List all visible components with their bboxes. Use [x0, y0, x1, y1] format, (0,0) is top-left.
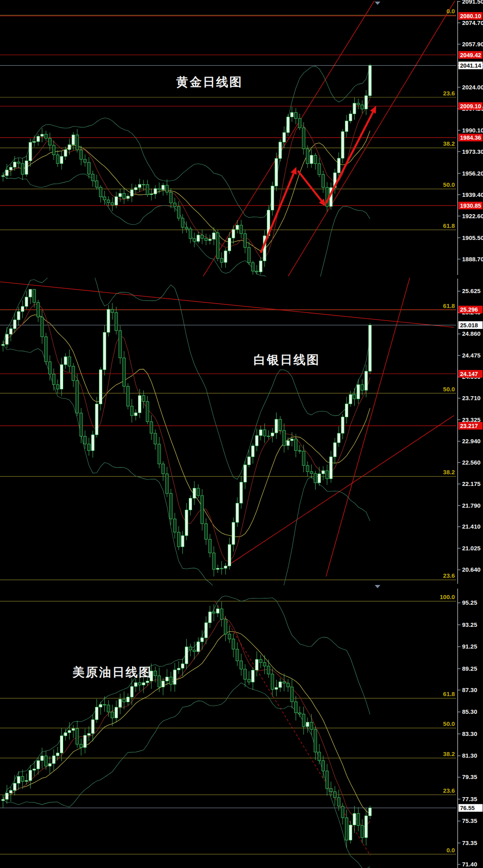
fib-label: 0.0 — [446, 847, 455, 854]
svg-text:1930.85: 1930.85 — [460, 203, 481, 209]
fib-label: 23.6 — [443, 90, 455, 97]
price-tick: 91.25 — [462, 643, 477, 650]
trading-terminal: 2091.502074.702057.902041.102024.002007.… — [0, 0, 483, 868]
crude-panel-title: 美原油日线图 — [72, 664, 152, 681]
price-tick: 21.790 — [462, 502, 481, 509]
svg-text:24.147: 24.147 — [460, 371, 478, 377]
price-tick: 1973.30 — [462, 148, 483, 155]
price-tick: 24.475 — [462, 352, 481, 359]
fib-label: 50.0 — [443, 386, 455, 393]
price-tick: 22.175 — [462, 480, 481, 487]
svg-text:2080.10: 2080.10 — [460, 13, 481, 19]
price-tick: 71.40 — [462, 861, 477, 868]
charts-canvas[interactable]: 2091.502074.702057.902041.102024.002007.… — [0, 0, 483, 868]
fib-label: 61.8 — [443, 222, 455, 229]
gold-panel-title: 黄金日线图 — [176, 74, 243, 91]
price-tick: 2057.90 — [462, 41, 483, 48]
price-tick: 2074.70 — [462, 19, 483, 26]
price-tick: 81.30 — [462, 752, 477, 759]
price-tick: 83.30 — [462, 730, 477, 737]
svg-text:2009.10: 2009.10 — [460, 103, 481, 110]
price-tick: 1888.70 — [462, 256, 483, 262]
price-tick: 24.860 — [462, 330, 481, 337]
price-tick: 95.25 — [462, 599, 477, 606]
fib-label: 38.2 — [443, 750, 455, 757]
price-tick: 79.35 — [462, 773, 477, 780]
price-tick: 87.30 — [462, 686, 477, 693]
fib-label: 23.6 — [443, 787, 455, 794]
price-tick: 2091.50 — [462, 0, 483, 5]
price-tick: 1922.60 — [462, 213, 483, 219]
price-tick: 25.625 — [462, 287, 481, 294]
svg-text:1984.36: 1984.36 — [460, 134, 481, 141]
svg-text:25.018: 25.018 — [460, 322, 478, 329]
fib-label: 0.0 — [446, 8, 455, 14]
price-tick: 1956.20 — [462, 170, 483, 177]
price-tick: 23.710 — [462, 395, 481, 401]
fib-label: 50.0 — [443, 181, 455, 188]
fib-label: 50.0 — [443, 720, 455, 727]
price-tick: 21.410 — [462, 523, 481, 530]
price-tick: 75.35 — [462, 817, 477, 824]
price-tick: 77.35 — [462, 796, 477, 802]
fib-label: 38.2 — [443, 469, 455, 475]
price-tick: 21.025 — [462, 545, 481, 552]
svg-text:76.55: 76.55 — [460, 805, 475, 811]
price-tick: 22.560 — [462, 459, 481, 466]
price-tick: 89.25 — [462, 665, 477, 672]
price-tick: 85.30 — [462, 708, 477, 715]
price-tick: 22.940 — [462, 438, 481, 444]
fib-label: 100.0 — [440, 593, 455, 600]
svg-text:2041.14: 2041.14 — [460, 62, 481, 69]
fib-label: 61.8 — [443, 302, 455, 309]
silver-panel-title: 白银日线图 — [254, 352, 320, 368]
price-tick: 1905.50 — [462, 234, 483, 241]
price-tick: 73.35 — [462, 839, 477, 846]
svg-text:25.296: 25.296 — [460, 306, 478, 313]
fib-label: 61.8 — [443, 690, 455, 697]
price-tick: 1990.10 — [462, 127, 483, 134]
fib-label: 38.2 — [443, 140, 455, 147]
price-tick: 2024.00 — [462, 84, 483, 91]
price-tick: 93.25 — [462, 621, 477, 628]
svg-text:23.217: 23.217 — [460, 423, 478, 429]
svg-text:2049.42: 2049.42 — [460, 52, 481, 58]
price-tick: 23.325 — [462, 416, 481, 423]
fib-label: 23.6 — [443, 572, 455, 579]
price-tick: 1939.40 — [462, 191, 483, 198]
price-tick: 20.640 — [462, 566, 481, 573]
